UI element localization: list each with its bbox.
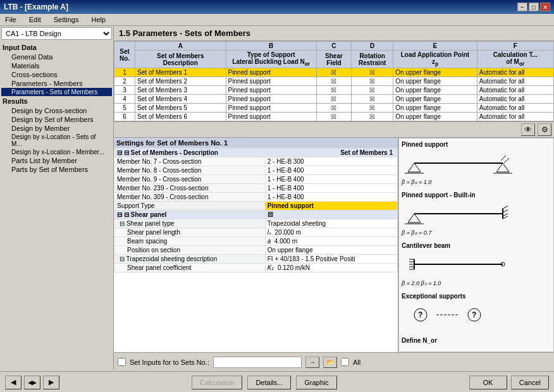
sidebar-item-parameters-sets[interactable]: Parameters - Sets of Members	[1, 88, 112, 96]
table-row[interactable]: 4 Set of Members 4 Pinned support ☒ ☒ On…	[114, 95, 554, 104]
menu-edit[interactable]: Edit	[27, 15, 44, 24]
set-inputs-apply-button[interactable]: →	[305, 357, 319, 368]
cell-support: Pinned support	[226, 95, 316, 104]
all-checkbox[interactable]	[341, 358, 349, 366]
menu-settings[interactable]: Settings	[51, 15, 82, 24]
window-title: LTB - [Example A]	[4, 3, 68, 11]
cell-load-app: On upper flange	[393, 95, 477, 104]
footer-left: ◀ ◀▶ ▶	[5, 376, 59, 389]
sidebar-item-design-member[interactable]: Design by Member	[1, 124, 112, 133]
main-container: CA1 - LTB Design Input Data General Data…	[0, 26, 554, 371]
cell-load-app: On upper flange	[393, 104, 477, 113]
svg-line-14	[503, 216, 508, 219]
settings-row: ⊟ Set of Members - DescriptionSet of Mem…	[114, 149, 398, 157]
set-inputs-checkbox[interactable]	[118, 358, 126, 366]
table-row[interactable]: 1 Set of Members 1 Pinned support ☒ ☒ On…	[114, 68, 554, 77]
set-inputs-browse-button[interactable]: 📂	[323, 357, 337, 368]
table-row[interactable]: 2 Set of Members 2 Pinned support ☒ ☒ On…	[114, 77, 554, 86]
col-header-b: B	[226, 42, 316, 51]
cell-shear: ☒	[316, 104, 351, 113]
graphic-define-nor: Define N_or	[402, 337, 551, 344]
sidebar-item-parameters-members[interactable]: Parameters - Members	[1, 79, 112, 88]
maximize-button[interactable]: □	[529, 3, 539, 11]
window-controls[interactable]: − □ ✕	[517, 3, 550, 11]
cancel-button[interactable]: Cancel	[511, 376, 549, 389]
settings-row: ⊟ Shear panel typeTrapezoidal sheeting	[114, 219, 398, 228]
close-button[interactable]: ✕	[540, 3, 550, 11]
details-button[interactable]: Details...	[247, 376, 291, 389]
footer-mid: Calculation Details... Graphic	[192, 376, 337, 389]
col-header-b-desc: Type of SupportLateral Buckling Load Nor	[226, 51, 316, 68]
cell-load-app: On upper flange	[393, 68, 477, 77]
cell-shear: ☒	[316, 68, 351, 77]
section-results: Results	[1, 96, 112, 106]
cell-name: Set of Members 3	[135, 86, 226, 95]
sidebar-item-materials[interactable]: Materials	[1, 61, 112, 70]
cell-name: Set of Members 6	[135, 113, 226, 121]
diagram-pinned	[402, 149, 515, 178]
set-inputs-label: Set Inputs for to Sets No.:	[130, 358, 209, 366]
sidebar-item-design-cross-section[interactable]: Design by Cross-section	[1, 106, 112, 115]
col-header-a: A	[135, 42, 226, 51]
menu-help[interactable]: Help	[89, 15, 108, 24]
sidebar-item-design-xloc-sets[interactable]: Design by x-Location - Sets of M...	[1, 133, 112, 148]
menu-file[interactable]: File	[3, 15, 19, 24]
col-header-c-desc: ShearField	[316, 51, 351, 68]
table-row[interactable]: 6 Set of Members 6 Pinned support ☒ ☒ On…	[114, 113, 554, 121]
cell-support: Pinned support	[226, 77, 316, 86]
sidebar-item-parts-list-member[interactable]: Parts List by Member	[1, 156, 112, 165]
graphic-builtin: Pinned support - Built-in β = β₀ = 0.7	[402, 192, 551, 236]
cell-load-app: On upper flange	[393, 77, 477, 86]
settings-row: Shear panel lengthlₛ 20.000 m	[114, 228, 398, 237]
graphic-exceptional: Exceptional supports ? ?	[402, 293, 551, 331]
settings-row: ⊟ Shear panel☒	[114, 211, 398, 219]
content-header: 1.5 Parameters - Sets of Members	[114, 26, 554, 41]
cell-shear: ☒	[316, 95, 351, 104]
cell-set-no: 3	[114, 86, 135, 95]
sidebar-item-general-data[interactable]: General Data	[1, 52, 112, 61]
graphic-define-nor-label: Define N_or	[402, 337, 551, 344]
set-inputs-field[interactable]	[213, 357, 302, 368]
col-header-f-desc: Calculation T...of Mor	[477, 51, 553, 68]
cell-shear: ☒	[316, 86, 351, 95]
graphic-button[interactable]: Graphic	[296, 376, 337, 389]
sidebar-item-design-xloc-member[interactable]: Design by x-Location - Member...	[1, 148, 112, 156]
table-row[interactable]: 5 Set of Members 5 Pinned support ☒ ☒ On…	[114, 104, 554, 113]
settings-table: ⊟ Set of Members - DescriptionSet of Mem…	[114, 148, 398, 273]
graphic-builtin-beta: β = β₀ = 0.7	[402, 230, 551, 236]
settings-panel: Settings for Set of Members No. 1 ⊟ Set …	[114, 138, 398, 352]
svg-line-13	[503, 214, 508, 216]
col-header-f: F	[477, 42, 553, 51]
cell-shear: ☒	[316, 77, 351, 86]
bottom-controls: Set Inputs for to Sets No.: → 📂 All	[114, 352, 554, 371]
cell-name: Set of Members 2	[135, 77, 226, 86]
forward-button[interactable]: ▶	[43, 376, 59, 389]
settings-row: Member No. 309 - Cross-section1 - HE-B 4…	[114, 193, 398, 202]
settings-row: Support TypePinned support	[114, 202, 398, 211]
back-forward-button[interactable]: ◀▶	[24, 376, 40, 389]
sidebar-item-design-set-members[interactable]: Design by Set of Members	[1, 115, 112, 124]
cell-support: Pinned support	[226, 68, 316, 77]
section-input-data: Input Data	[1, 42, 112, 52]
footer-right: OK Cancel	[469, 376, 549, 389]
table-row[interactable]: 3 Set of Members 3 Pinned support ☒ ☒ On…	[114, 86, 554, 95]
ok-button[interactable]: OK	[469, 376, 507, 389]
design-dropdown[interactable]: CA1 - LTB Design	[1, 27, 112, 40]
col-header-a-desc: Set of MembersDescription	[135, 51, 226, 68]
cell-rotation: ☒	[352, 68, 393, 77]
sidebar-item-parts-list-set[interactable]: Parts by Set of Members	[1, 165, 112, 174]
table-nav: 👁 ⚙	[114, 122, 554, 138]
settings-row: ⊟ Trapezoidal sheeting descriptionFI + 4…	[114, 255, 398, 264]
back-button[interactable]: ◀	[5, 376, 22, 389]
col-header-d-desc: RotationRestraint	[352, 51, 393, 68]
view-button[interactable]: 👁	[521, 123, 535, 136]
sidebar-item-cross-sections[interactable]: Cross-sections	[1, 70, 112, 79]
settings-nav-button[interactable]: ⚙	[538, 123, 551, 136]
title-bar: LTB - [Example A] − □ ✕	[0, 0, 554, 14]
minimize-button[interactable]: −	[517, 3, 527, 11]
calculation-button[interactable]: Calculation	[192, 376, 242, 389]
svg-line-6	[501, 156, 506, 161]
col-header-e: E	[393, 42, 477, 51]
cell-support: Pinned support	[226, 113, 316, 121]
settings-row: Member No. 7 - Cross-section2 - HE-B 300	[114, 157, 398, 166]
